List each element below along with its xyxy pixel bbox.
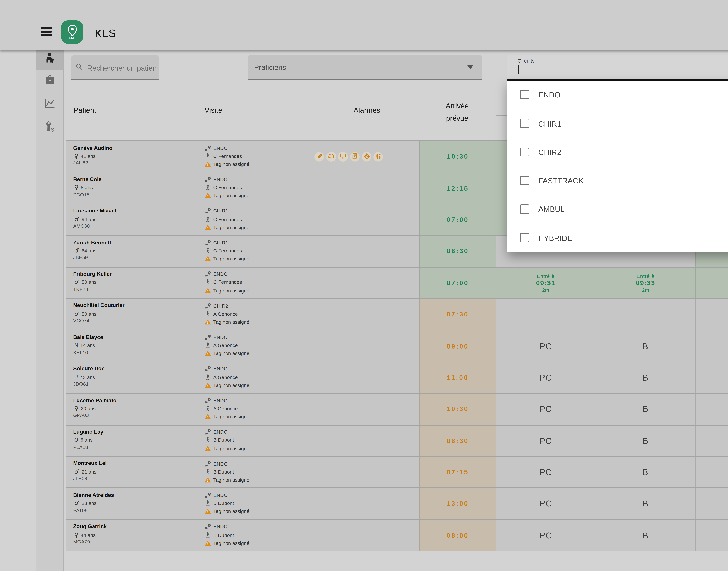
entry-time: 09:33	[636, 279, 655, 287]
patient-name: Berne Cole	[73, 176, 197, 183]
checkbox-unchecked[interactable]	[520, 176, 529, 185]
checkbox-unchecked[interactable]	[520, 147, 529, 156]
visite-info: ENDOB DupontTag non assigné	[204, 492, 314, 515]
menu-icon[interactable]	[41, 27, 52, 36]
sector-code-label: B	[643, 499, 649, 508]
table-row[interactable]: Bienne Atreides♂28 ansPAT95ENDOB DupontT…	[66, 488, 728, 519]
arrival-time-cell: 07:00	[419, 204, 495, 235]
search-input[interactable]	[86, 55, 158, 81]
circuits-option-endo[interactable]: ENDO	[508, 81, 728, 109]
patient-age: 14 ans	[80, 343, 95, 348]
arrival-time: 07:30	[447, 311, 469, 318]
arrival-time: 06:30	[447, 248, 469, 255]
circuits-option-chir2[interactable]: CHIR2	[508, 138, 728, 166]
table-row[interactable]: Soleure DoeU43 ansJDO81ENDOA GenonceTag …	[66, 361, 728, 393]
circuits-filter-input[interactable]: Circuits	[508, 55, 728, 81]
visite-circuit: ENDO	[213, 429, 227, 435]
practitioner-icon	[204, 311, 211, 317]
visite-practitioner: C Fernandes	[213, 153, 242, 158]
patient-gender-age: ♀44 ans	[74, 532, 197, 538]
warning-icon	[204, 319, 211, 325]
circuits-option-hybride[interactable]: HYBRIDE	[508, 223, 728, 252]
entry-label: Entré à	[537, 273, 555, 278]
practitioner-icon	[204, 247, 211, 254]
sidebar-item-patients[interactable]	[36, 48, 63, 70]
patient-age: 50 ans	[82, 280, 97, 285]
patient-info: Lausanne Mccall♂94 ansAMC30	[73, 208, 197, 228]
visite-practitioner: A Genonce	[213, 374, 238, 379]
practitioner-icon	[204, 279, 211, 286]
arrival-time: 07:00	[447, 279, 469, 287]
gender-icon: ♂	[74, 247, 80, 254]
practitioner-icon	[204, 500, 211, 506]
warning-icon	[204, 350, 211, 357]
sector-cell: B	[596, 394, 695, 425]
visite-practitioner: A Genonce	[213, 311, 238, 316]
practitioner-icon	[204, 468, 211, 475]
patient-name: Bienne Atreides	[73, 492, 197, 498]
patient-search-field[interactable]	[71, 55, 158, 80]
sector-cell: PC	[495, 394, 596, 425]
document-icon[interactable]	[350, 152, 360, 161]
patient-age: 8 ans	[81, 185, 93, 190]
chevron-down-icon	[467, 66, 473, 69]
warning-icon	[204, 445, 211, 452]
checkbox-unchecked[interactable]	[520, 233, 529, 242]
table-row[interactable]: Neuchâtel Couturier♂50 ansVCO74CHIR2A Ge…	[66, 298, 728, 330]
table-row[interactable]: Bâle ElayceN14 ansKEL10ENDOA GenonceTag …	[66, 330, 728, 361]
arrival-time-cell: 13:00	[419, 488, 495, 519]
patient-info: Neuchâtel Couturier♂50 ansVCO74	[73, 302, 197, 323]
sector-code-label: PC	[540, 436, 552, 445]
warning-icon	[204, 224, 211, 230]
visite-practitioner: B Dupont	[213, 438, 234, 443]
table-row[interactable]: Lucerne Palmato♀20 ansGPA03ENDOA Genonce…	[66, 393, 728, 425]
probe-icon[interactable]	[338, 152, 348, 161]
sector-code-label: B	[643, 436, 649, 445]
table-row[interactable]: Montreux Lei♂21 ansJLE03ENDOB DupontTag …	[66, 456, 728, 488]
circuits-option-chir1[interactable]: CHIR1	[508, 109, 728, 137]
patient-code: PAT95	[73, 507, 197, 512]
route-icon	[204, 492, 211, 498]
patient-code: JLE03	[73, 476, 197, 481]
sector-cell: SSPI	[695, 457, 728, 488]
visite-info: ENDOC FernandesTag non assigné	[204, 271, 314, 294]
sector-cell: PC	[495, 520, 596, 551]
sidebar-item-cases[interactable]	[36, 70, 63, 92]
visite-practitioner: B Dupont	[213, 501, 234, 506]
circuits-option-fasttrack[interactable]: FASTTRACK	[508, 166, 728, 195]
checkbox-unchecked[interactable]	[520, 119, 529, 128]
visite-circuit: ENDO	[213, 177, 227, 182]
circuits-option-label: CHIR1	[538, 119, 561, 128]
circuits-option-label: ENDO	[538, 90, 561, 99]
gender-icon: ♀	[74, 405, 79, 412]
logo-text: KLS	[69, 36, 75, 39]
visite-info: CHIR1C FernandesTag non assigné	[204, 208, 314, 231]
sector-cell: SSPI	[695, 331, 728, 361]
visite-circuit: ENDO	[213, 524, 227, 529]
circuits-option-ambul[interactable]: AMBUL	[508, 195, 728, 223]
visite-practitioner: A Genonce	[213, 343, 238, 348]
companions-icon[interactable]	[373, 152, 383, 161]
gender-icon: U	[74, 374, 78, 380]
patient-age: 94 ans	[82, 217, 97, 222]
praticiens-select[interactable]: Praticiens	[248, 55, 482, 80]
checkbox-unchecked[interactable]	[520, 205, 529, 214]
checkbox-unchecked[interactable]	[520, 90, 529, 99]
syringe-icon[interactable]	[314, 152, 324, 161]
visite-circuit: ENDO	[213, 271, 227, 276]
arrival-time: 06:30	[447, 437, 469, 444]
sector-cell: B	[596, 488, 695, 519]
patient-icon	[43, 51, 56, 67]
target-icon[interactable]	[362, 152, 371, 161]
table-row[interactable]: Zoug Garrick♀44 ansMGA79ENDOB DupontTag …	[66, 519, 728, 551]
route-icon	[204, 271, 211, 277]
sidebar-item-statistics[interactable]	[36, 93, 63, 115]
denture-icon[interactable]	[326, 152, 336, 161]
table-row[interactable]: Lugano LayO6 ansPLA18ENDOB DupontTag non…	[66, 425, 728, 456]
entry-label: Entré à	[637, 273, 655, 278]
patient-name: Lucerne Palmato	[73, 397, 197, 404]
route-icon	[204, 524, 211, 530]
warning-icon	[204, 255, 211, 262]
table-row[interactable]: Fribourg Keller♂50 ansTKE74ENDOC Fernand…	[66, 267, 728, 298]
sidebar-item-settings[interactable]	[36, 116, 63, 138]
